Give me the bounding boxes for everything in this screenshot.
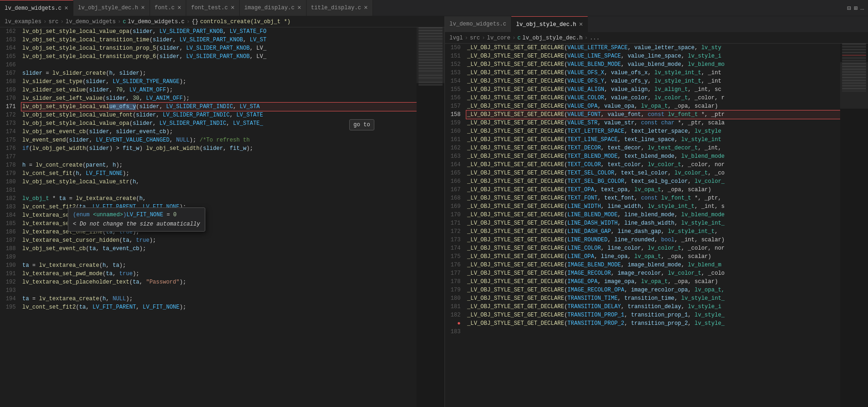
code-line-162: lv_obj_set_style_local_value_opa(slider,…: [21, 27, 417, 36]
code-line-163: lv_obj_set_style_local_transition_time(s…: [21, 36, 417, 44]
close-icon-tab4[interactable]: ×: [231, 4, 235, 12]
rcode-line-171: _LV_OBJ_STYLE_SET_GET_DECLARE(LINE_DASH_…: [466, 219, 840, 227]
bc-src-r: src: [470, 35, 480, 41]
left-code-content: lv_obj_set_style_local_value_opa(slider,…: [20, 27, 417, 407]
bc-sep2: ›: [60, 19, 64, 25]
overflow-menu-icon[interactable]: …: [861, 4, 864, 12]
code-line-187: lv_textarea_set_cursor_hidden(ta, true);: [21, 236, 417, 245]
tooltip-value-num: 0: [173, 212, 176, 218]
tooltip-equals: =: [163, 212, 173, 218]
code-line-179: lv_cont_set_fit(h, LV_FIT_NONE);: [21, 169, 417, 178]
rcode-line-172: _LV_OBJ_STYLE_SET_GET_DECLARE(LINE_DASH_…: [466, 227, 840, 236]
tab-label-lv-obj-style-dec-h: lv_obj_style_dec.h: [78, 5, 138, 11]
bc-brace-icon: {}: [192, 19, 198, 25]
tab-label-image-display-c: image_display.c: [244, 5, 294, 11]
rcode-line-183: _LV_OBJ_STYLE_SET_GET_DECLARE(TRANSITION…: [466, 319, 840, 328]
tooltip-line1: (enum <unnamed>)LV_FIT_NONE = 0: [73, 211, 200, 219]
rcode-line-160: _LV_OBJ_STYLE_SET_GET_DECLARE(TEXT_LETTE…: [466, 127, 840, 136]
code-line-170: lv_slider_set_left_value(slider, 30, LV_…: [21, 94, 417, 103]
rcode-line-168: _LV_OBJ_STYLE_SET_GET_DECLARE(TEXT_FONT,…: [466, 194, 840, 202]
code-line-177: [21, 153, 417, 161]
code-line-188: lv_obj_set_event_cb(ta, ta_event_cb);: [21, 245, 417, 253]
rcode-line-166: _LV_OBJ_STYLE_SET_GET_DECLARE(TEXT_SEL_B…: [466, 177, 840, 186]
bc-sep1: ›: [43, 19, 46, 25]
code-line-193: [21, 286, 417, 295]
code-line-180: lv_obj_set_style_local_value_str(h,: [21, 178, 417, 186]
bc-dots: ...: [590, 35, 600, 41]
left-breadcrumb: lv_examples › src › lv_demo_widgets › C …: [0, 16, 444, 27]
code-line-166: [21, 61, 417, 69]
code-line-172: lv_obj_set_style_local_value_font(slider…: [21, 111, 417, 119]
code-line-189: [21, 253, 417, 261]
code-line-175: lv_event_send(slider, LV_EVENT_VALUE_CHA…: [21, 136, 417, 144]
code-line-176: if(lv_obj_get_width(slider) > fit_w) lv_…: [21, 144, 417, 153]
tab-lv-obj-style-dec-h[interactable]: lv_obj_style_dec.h ×: [73, 0, 150, 16]
rcode-line-178: _LV_OBJ_STYLE_SET_GET_DECLARE(IMAGE_OPA,…: [466, 278, 840, 286]
tab-font-test-c[interactable]: font_test.c ×: [186, 0, 240, 16]
bc-src: src: [48, 19, 59, 25]
rcode-line-158: _LV_OBJ_STYLE_SET_GET_DECLARE(VALUE_FONT…: [466, 110, 840, 119]
rcode-line-157: _LV_OBJ_STYLE_SET_GET_DECLARE(VALUE_OPA,…: [466, 102, 840, 110]
right-minimap: [840, 44, 868, 407]
bc-filename-r: lv_obj_style_dec.h: [522, 35, 583, 41]
rcode-line-170: _LV_OBJ_STYLE_SET_GET_DECLARE(LINE_BLEND…: [466, 211, 840, 219]
rcode-line-177: _LV_OBJ_STYLE_SET_GET_DECLARE(IMAGE_RECO…: [466, 269, 840, 278]
bc-function: controls_create(lv_obj_t *): [200, 19, 290, 25]
tooltip-enum-type: (enum: [73, 212, 93, 218]
close-icon-tab5[interactable]: ×: [297, 4, 301, 12]
rcode-line-151: _LV_OBJ_STYLE_SET_GET_DECLARE(VALUE_LINE…: [466, 52, 840, 60]
tab-right-lv-obj-style-dec-h[interactable]: lv_obj_style_dec.h ×: [511, 16, 588, 32]
tooltip-lv-fit-none: (enum <unnamed>)LV_FIT_NONE = 0 < Do not…: [68, 207, 205, 232]
tab-image-display-c[interactable]: image_display.c ×: [240, 0, 306, 16]
rcode-line-174: _LV_OBJ_STYLE_SET_GET_DECLARE(LINE_COLOR…: [466, 244, 840, 252]
left-tab-bar: lv_demo_widgets.c × lv_obj_style_dec.h ×…: [0, 0, 868, 16]
close-icon-right-tab[interactable]: ×: [579, 21, 583, 28]
code-line-195: lv_cont_set_fit2(ta, LV_FIT_PARENT, LV_F…: [21, 303, 417, 311]
rcode-line-153: _LV_OBJ_STYLE_SET_GET_DECLARE(VALUE_OFS_…: [466, 69, 840, 77]
tab-title-display-c[interactable]: title_display.c ×: [307, 0, 373, 16]
right-breadcrumb: lvgl › src › lv_core › C lv_obj_style_de…: [445, 32, 868, 44]
code-line-169: lv_slider_set_value(slider, 70, LV_ANIM_…: [21, 86, 417, 94]
tab-actions: ⊟ ⊞ …: [843, 4, 868, 12]
rcode-line-164: _LV_OBJ_STYLE_SET_GET_DECLARE(TEXT_COLOR…: [466, 161, 840, 169]
close-icon-tab1[interactable]: ×: [64, 5, 68, 12]
tab-right-lv-demo-widgets-c[interactable]: lv_demo_widgets.c: [445, 16, 511, 32]
code-line-164: lv_obj_set_style_local_transition_prop_5…: [21, 44, 417, 52]
bc-c-icon: C: [123, 19, 126, 25]
close-icon-tab2[interactable]: ×: [141, 4, 144, 12]
tab-font-c[interactable]: font.c ×: [150, 0, 187, 16]
left-code-editor: 162 163 164 165 166 167 168 169 170 171 …: [0, 27, 444, 407]
tab-label-right-lv-obj-style: lv_obj_style_dec.h: [516, 21, 576, 28]
rcode-line-150: _LV_OBJ_STYLE_SET_GET_DECLARE(VALUE_LETT…: [466, 44, 840, 52]
tab-label-right-lv-demo-widgets: lv_demo_widgets.c: [450, 21, 506, 27]
rcode-line-155: _LV_OBJ_STYLE_SET_GET_DECLARE(VALUE_ALIG…: [466, 85, 840, 94]
rcode-line-179: _LV_OBJ_STYLE_SET_GET_DECLARE(IMAGE_RECO…: [466, 286, 840, 294]
code-line-165: lv_obj_set_style_local_transition_prop_6…: [21, 52, 417, 61]
split-editor-icon[interactable]: ⊟: [847, 4, 851, 12]
close-icon-tab6[interactable]: ×: [364, 4, 368, 12]
tooltip-value-name: LV_FIT_NONE: [126, 212, 163, 218]
rcode-line-152: _LV_OBJ_STYLE_SET_GET_DECLARE(VALUE_BLEN…: [466, 60, 840, 69]
rcode-line-180: _LV_OBJ_STYLE_SET_GET_DECLARE(TRANSITION…: [466, 294, 840, 303]
right-tab-bar: lv_demo_widgets.c lv_obj_style_dec.h ×: [445, 16, 868, 32]
bc-c-icon-r: C: [517, 35, 521, 41]
left-minimap: [417, 27, 444, 407]
bc-lv-demo-widgets-folder: lv_demo_widgets: [65, 19, 116, 25]
rcode-line-182: _LV_OBJ_STYLE_SET_GET_DECLARE(TRANSITION…: [466, 311, 840, 319]
layout-icon[interactable]: ⊞: [854, 4, 857, 12]
bc-sep4: ›: [187, 19, 190, 25]
bc-sep-r1: ›: [465, 35, 468, 41]
bc-lv-examples: lv_examples: [5, 19, 41, 25]
rcode-line-176: _LV_OBJ_STYLE_SET_GET_DECLARE(IMAGE_BLEN…: [466, 261, 840, 269]
bc-sep3: ›: [117, 19, 121, 25]
code-line-191: lv_textarea_set_pwd_mode(ta, true);: [21, 270, 417, 278]
code-line-181: [21, 186, 417, 194]
tab-label-title-display-c: title_display.c: [311, 5, 361, 11]
bc-lv-core: lv_core: [487, 35, 510, 41]
code-line-182: lv_obj_t * ta = lv_textarea_create(h,: [21, 194, 417, 203]
code-line-178: h = lv_cont_create(parent, h);: [21, 161, 417, 169]
code-line-192: lv_textarea_set_placeholder_text(ta, "Pa…: [21, 278, 417, 286]
close-icon-tab3[interactable]: ×: [177, 4, 181, 12]
left-editor-pane: lv_examples › src › lv_demo_widgets › C …: [0, 16, 445, 407]
tab-lv-demo-widgets-c[interactable]: lv_demo_widgets.c ×: [0, 0, 73, 16]
